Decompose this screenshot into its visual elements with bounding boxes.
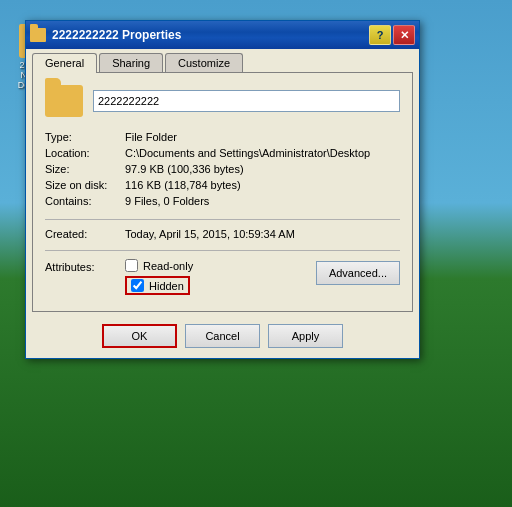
prop-contains-label: Contains: xyxy=(45,195,125,207)
prop-contains: Contains: 9 Files, 0 Folders xyxy=(45,195,400,207)
readonly-checkbox[interactable] xyxy=(125,259,138,272)
prop-type-label: Type: xyxy=(45,131,125,143)
advanced-button[interactable]: Advanced... xyxy=(316,261,400,285)
properties-window: 2222222222 Properties ? ✕ General Sharin… xyxy=(25,20,420,359)
folder-name-input[interactable] xyxy=(93,90,400,112)
folder-name-row xyxy=(45,85,400,117)
window-title: 2222222222 Properties xyxy=(52,28,369,42)
hidden-checkbox[interactable] xyxy=(131,279,144,292)
prop-size-on-disk-value: 116 KB (118,784 bytes) xyxy=(125,179,241,191)
prop-created: Created: Today, April 15, 2015, 10:59:34… xyxy=(45,228,400,240)
prop-type-value: File Folder xyxy=(125,131,177,143)
help-button[interactable]: ? xyxy=(369,25,391,45)
prop-created-label: Created: xyxy=(45,228,125,240)
readonly-row: Read-only xyxy=(125,259,316,272)
bottom-buttons: OK Cancel Apply xyxy=(26,320,419,358)
prop-location-label: Location: xyxy=(45,147,125,159)
attributes-label: Attributes: xyxy=(45,259,125,273)
title-bar-buttons: ? ✕ xyxy=(369,25,415,45)
attributes-section: Attributes: Read-only Hidden Advanced.. xyxy=(45,259,400,299)
prop-created-value: Today, April 15, 2015, 10:59:34 AM xyxy=(125,228,295,240)
attributes-controls: Read-only Hidden xyxy=(125,259,316,299)
readonly-label: Read-only xyxy=(143,260,193,272)
prop-type: Type: File Folder xyxy=(45,131,400,143)
cancel-button[interactable]: Cancel xyxy=(185,324,260,348)
divider2 xyxy=(45,250,400,251)
prop-location: Location: C:\Documents and Settings\Admi… xyxy=(45,147,400,159)
close-button[interactable]: ✕ xyxy=(393,25,415,45)
title-bar: 2222222222 Properties ? ✕ xyxy=(26,21,419,49)
prop-size-value: 97.9 KB (100,336 bytes) xyxy=(125,163,244,175)
tab-general[interactable]: General xyxy=(32,53,97,73)
tab-bar: General Sharing Customize xyxy=(26,49,419,72)
prop-size: Size: 97.9 KB (100,336 bytes) xyxy=(45,163,400,175)
folder-large-icon xyxy=(45,85,83,117)
tab-content-general: Type: File Folder Location: C:\Documents… xyxy=(32,72,413,312)
prop-location-value: C:\Documents and Settings\Administrator\… xyxy=(125,147,370,159)
desktop: 2222NewDoc... 2222222222 Properties ? ✕ … xyxy=(0,0,512,507)
tab-sharing[interactable]: Sharing xyxy=(99,53,163,72)
prop-size-label: Size: xyxy=(45,163,125,175)
hidden-row: Hidden xyxy=(125,276,316,295)
advanced-btn-container: Advanced... xyxy=(316,259,400,285)
title-bar-folder-icon xyxy=(30,28,46,42)
tab-customize[interactable]: Customize xyxy=(165,53,243,72)
divider xyxy=(45,219,400,220)
prop-contains-value: 9 Files, 0 Folders xyxy=(125,195,209,207)
hidden-checkbox-highlighted: Hidden xyxy=(125,276,190,295)
prop-size-on-disk-label: Size on disk: xyxy=(45,179,125,191)
prop-size-on-disk: Size on disk: 116 KB (118,784 bytes) xyxy=(45,179,400,191)
hidden-label: Hidden xyxy=(149,280,184,292)
ok-button[interactable]: OK xyxy=(102,324,177,348)
properties-table: Type: File Folder Location: C:\Documents… xyxy=(45,131,400,207)
apply-button[interactable]: Apply xyxy=(268,324,343,348)
